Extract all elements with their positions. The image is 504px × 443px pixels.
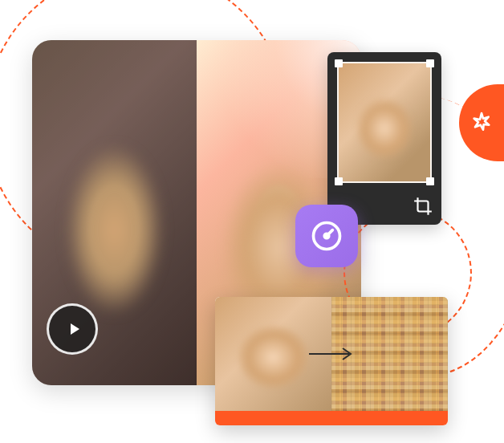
crop-handle-top-left[interactable] — [335, 59, 343, 67]
play-icon — [64, 319, 83, 339]
crop-selection-frame[interactable] — [337, 62, 432, 183]
arrow-right-icon — [307, 346, 356, 362]
play-button[interactable] — [47, 303, 98, 355]
speed-gauge-badge[interactable] — [295, 205, 358, 267]
sparkle-wand-icon — [469, 110, 494, 136]
gauge-icon — [309, 218, 344, 254]
comparison-accent-bar — [215, 411, 448, 425]
crop-icon[interactable] — [413, 196, 433, 217]
crop-handle-bottom-left[interactable] — [335, 177, 343, 185]
resolution-comparison-card — [215, 297, 448, 425]
crop-handle-top-right[interactable] — [426, 59, 434, 67]
crop-handle-bottom-right[interactable] — [426, 177, 434, 185]
svg-line-2 — [327, 230, 332, 236]
phone-crop-preview — [327, 52, 441, 225]
